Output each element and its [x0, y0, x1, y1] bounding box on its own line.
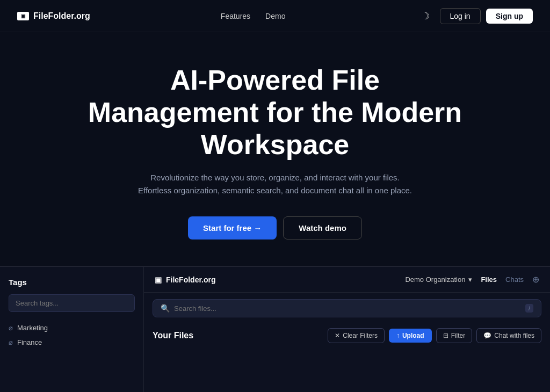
theme-toggle-button[interactable]: ☽: [416, 7, 435, 25]
tags-search-input[interactable]: [9, 294, 135, 312]
tag-label-marketing: Marketing: [17, 324, 48, 332]
app-header: ▣ FileFolder.org Demo Organization ▾ Fil…: [144, 267, 550, 293]
hero-subtitle: Revolutionize the way you store, organiz…: [135, 171, 415, 197]
logo-icon: ▣: [17, 12, 29, 20]
files-search-bar: 🔍 /: [153, 299, 541, 317]
watch-demo-button[interactable]: Watch demo: [283, 216, 362, 239]
app-main: ▣ FileFolder.org Demo Organization ▾ Fil…: [144, 267, 550, 392]
hero-buttons: Start for free → Watch demo: [188, 216, 362, 239]
hero-title: AI-Powered File Management for the Moder…: [87, 64, 463, 161]
files-section: Your Files ✕ Clear Filters ↑ Upload ⊟ Fi…: [144, 324, 550, 352]
app-preview: Tags ⌀ Marketing ⌀ Finance ▣ FileFolder.…: [0, 266, 550, 392]
site-name: FileFolder.org: [33, 11, 90, 21]
app-logo-name: FileFolder.org: [166, 275, 216, 284]
hero-section: AI-Powered File Management for the Moder…: [0, 32, 550, 266]
app-header-right: Demo Organization ▾ Files Chats ⊕: [405, 274, 539, 285]
tag-item-marketing[interactable]: ⌀ Marketing: [9, 321, 135, 335]
upload-label: Upload: [402, 332, 424, 339]
tab-files[interactable]: Files: [481, 275, 497, 284]
login-button[interactable]: Log in: [440, 8, 481, 24]
filter-icon: ⊟: [443, 332, 448, 339]
tab-chats[interactable]: Chats: [505, 275, 524, 284]
globe-icon-button[interactable]: ⊕: [532, 274, 539, 285]
signup-button[interactable]: Sign up: [486, 9, 533, 24]
filter-label: Filter: [451, 332, 466, 339]
files-actions: ✕ Clear Filters ↑ Upload ⊟ Filter 💬 Chat…: [328, 328, 541, 343]
nav-logo: ▣ FileFolder.org: [17, 11, 90, 21]
upload-button[interactable]: ↑ Upload: [389, 329, 432, 343]
search-shortcut: /: [525, 304, 533, 313]
files-header: Your Files ✕ Clear Filters ↑ Upload ⊟ Fi…: [153, 328, 541, 343]
chat-icon: 💬: [483, 332, 491, 339]
tag-item-finance[interactable]: ⌀ Finance: [9, 335, 135, 350]
sidebar-tags-title: Tags: [9, 278, 135, 287]
nav-links: Features Demo: [221, 12, 286, 20]
close-icon: ✕: [335, 332, 340, 339]
app-sidebar: Tags ⌀ Marketing ⌀ Finance: [0, 267, 144, 392]
clear-filters-button[interactable]: ✕ Clear Filters: [328, 328, 385, 343]
chevron-down-icon: ▾: [468, 275, 472, 284]
app-logo-icon: ▣: [155, 275, 162, 284]
files-search-input[interactable]: [174, 304, 525, 313]
app-header-logo: ▣ FileFolder.org: [155, 275, 216, 284]
nav-features-link[interactable]: Features: [221, 12, 250, 20]
files-title: Your Files: [153, 331, 193, 340]
start-free-button[interactable]: Start for free →: [188, 216, 277, 239]
tag-icon-2: ⌀: [9, 338, 13, 346]
chat-with-files-button[interactable]: 💬 Chat with files: [476, 328, 541, 343]
tag-label-finance: Finance: [17, 338, 42, 346]
search-icon: 🔍: [161, 304, 170, 313]
clear-filters-label: Clear Filters: [343, 332, 378, 339]
tag-icon: ⌀: [9, 324, 13, 332]
upload-icon: ↑: [396, 332, 400, 339]
nav-demo-link[interactable]: Demo: [265, 12, 285, 20]
chat-with-files-label: Chat with files: [494, 332, 534, 339]
filter-button[interactable]: ⊟ Filter: [436, 328, 473, 343]
org-selector[interactable]: Demo Organization ▾: [405, 275, 472, 284]
nav-actions: ☽ Log in Sign up: [416, 7, 533, 25]
navbar: ▣ FileFolder.org Features Demo ☽ Log in …: [0, 0, 550, 32]
org-name: Demo Organization: [405, 275, 465, 284]
